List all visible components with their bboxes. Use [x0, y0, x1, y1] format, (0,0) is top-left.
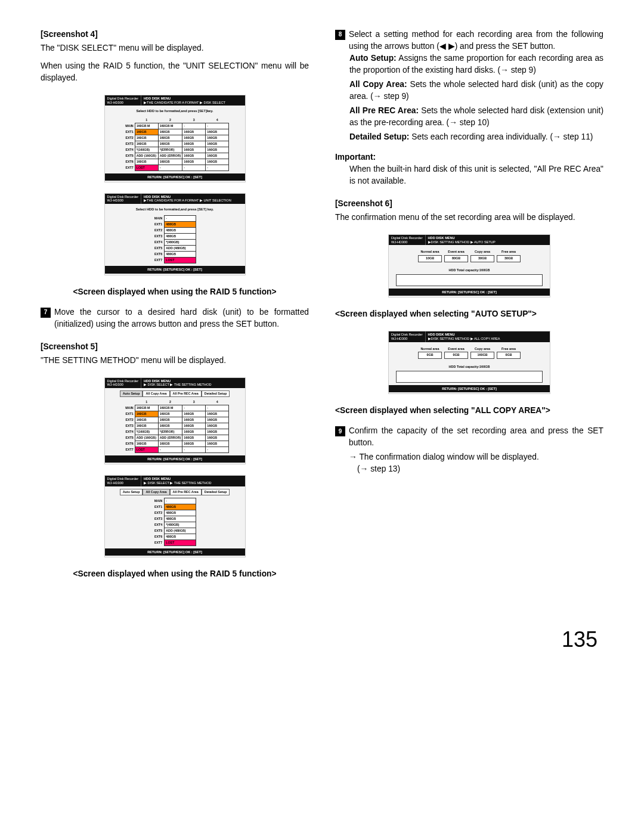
- disk-table: 1 2 3 4 MAIN160GB M160GB M-- EXT1160GB16…: [120, 399, 230, 453]
- return-bar: RETURN: [SETUP/ESC] OK : [SET]: [105, 173, 245, 181]
- setting-tabs: Auto Setup All Copy Area All Pre REC Are…: [105, 388, 245, 398]
- step-number-8: 8: [335, 30, 345, 40]
- step-number-7: 7: [41, 308, 51, 318]
- all-copy-caption: <Screen displayed when selecting "ALL CO…: [335, 405, 603, 417]
- step-number-9: 9: [335, 426, 345, 436]
- important-body: When the built-in hard disk of this unit…: [335, 163, 603, 187]
- setting-tabs: Auto Setup All Copy Area All Pre REC Are…: [105, 486, 245, 497]
- page-number: 135: [41, 624, 603, 655]
- detailed-term: Detailed Setup:: [349, 132, 409, 141]
- body-text: When using the RAID 5 function, the "UNI…: [41, 60, 309, 84]
- all-pre-term: All Pre REC Area:: [349, 106, 419, 115]
- unit-list: MAIN- EXT1480GB EXT2480GB EXT3480GB EXT4…: [153, 215, 197, 263]
- capacity-bar: [396, 371, 543, 383]
- step9-sub-b: (→ step 13): [349, 463, 603, 475]
- auto-setup-panel: Digital Disk Recorder WJ-HD300 HDD DISK …: [388, 234, 550, 297]
- raid5-caption: <Screen displayed when using the RAID 5 …: [41, 568, 309, 580]
- diskselect-panel: Digital Disk Recorder WJ-HD300 HDD DISK …: [104, 95, 246, 182]
- tab-detailed-setup[interactable]: Detailed Setup: [202, 489, 230, 495]
- recorder-label: Digital Disk Recorder: [107, 97, 139, 101]
- step9-sub-a: → The confirmation dialog window will be…: [349, 451, 603, 463]
- tab-auto-setup[interactable]: Auto Setup: [120, 489, 143, 495]
- detailed-body: Sets each recording area individually. (…: [409, 132, 593, 141]
- tab-detailed-setup[interactable]: Detailed Setup: [202, 390, 230, 397]
- disk-table: 1 2 3 4 MAIN160GB M160GB M-- EXT1160GB16…: [120, 117, 230, 171]
- unitselection-panel: Digital Disk Recorder WJ-HD300 HDD DISK …: [104, 193, 246, 275]
- tab-all-pre-rec-area[interactable]: All Pre REC Area: [170, 489, 202, 495]
- tab-all-copy-area[interactable]: All Copy Area: [143, 390, 169, 397]
- breadcrumb: ▶THE CANDIDATE FOR A FORMAT ▶ DISK SELEC…: [144, 101, 242, 105]
- body-text: "THE SETTING METHOD" menu will be displa…: [41, 355, 309, 367]
- tab-all-pre-rec-area[interactable]: All Pre REC Area: [170, 390, 202, 397]
- screenshot5-heading: [Screenshot 5]: [41, 341, 309, 353]
- tab-auto-setup[interactable]: Auto Setup: [120, 390, 143, 397]
- settingmethod-panel: Digital Disk Recorder WJ-HD300 HDD DISK …: [104, 377, 246, 465]
- body-text: The confirmation menu of the set recordi…: [335, 212, 603, 224]
- raid5-caption: <Screen displayed when using the RAID 5 …: [41, 286, 309, 298]
- tab-all-copy-area[interactable]: All Copy Area: [143, 489, 169, 495]
- all-copy-term: All Copy Area:: [349, 80, 407, 89]
- model-label: WJ-HD300: [107, 101, 139, 105]
- important-label: Important:: [335, 151, 603, 163]
- screenshot6-heading: [Screenshot 6]: [335, 198, 603, 210]
- auto-setup-caption: <Screen displayed when selecting "AUTO S…: [335, 308, 603, 320]
- step7-text: Move the cursor to a desired hard disk (…: [54, 306, 309, 330]
- step8-text: Select a setting method for each recordi…: [349, 29, 603, 52]
- settingmethod-unit-panel: Digital Disk Recorder WJ-HD300 HDD DISK …: [104, 475, 246, 557]
- menu-title: HDD DISK MENU: [144, 97, 242, 101]
- screenshot4-heading: [Screenshot 4]: [41, 29, 309, 41]
- capacity-bar: [396, 274, 543, 286]
- all-copy-panel: Digital Disk Recorder WJ-HD300 HDD DISK …: [388, 331, 550, 394]
- auto-setup-term: Auto Setup:: [349, 54, 397, 63]
- instruction-text: Select HDD to be formatted,and press [SE…: [105, 106, 245, 116]
- unit-list: MAIN- EXT1480GB EXT2480GB EXT3480GB EXT4…: [153, 498, 197, 546]
- step9-text: Confirm the capacity of the set recordin…: [349, 426, 603, 447]
- total-capacity: HDD Total capacity:160GB: [389, 268, 550, 273]
- body-text: The "DISK SELECT" menu will be displayed…: [41, 42, 309, 54]
